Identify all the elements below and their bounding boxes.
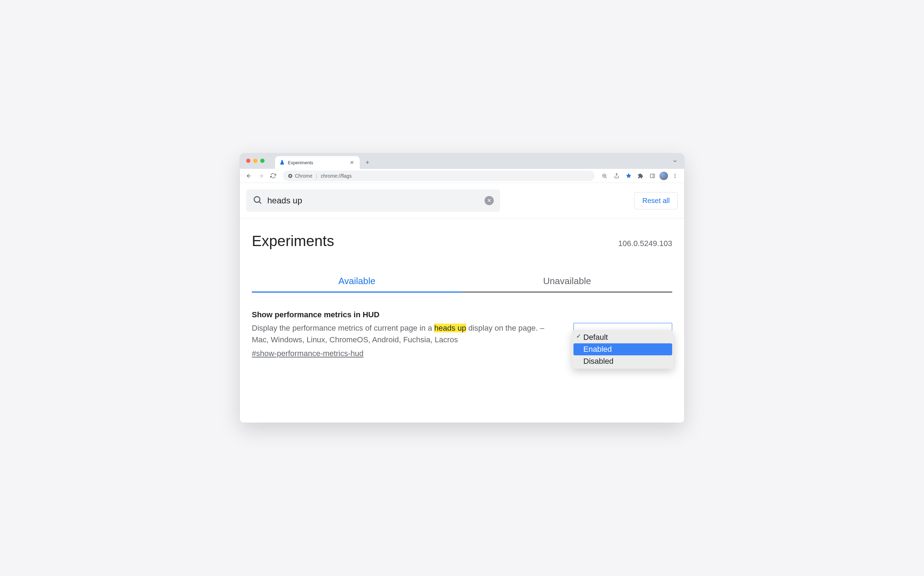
address-bar[interactable]: Chrome | chrome://flags xyxy=(283,171,595,181)
browser-toolbar: Chrome | chrome://flags xyxy=(240,169,684,183)
flags-tabs: Available Unavailable xyxy=(252,271,672,293)
flag-desc-pre: Display the performance metrics of curre… xyxy=(252,323,434,333)
flag-text: Show performance metrics in HUD Display … xyxy=(252,310,552,358)
flags-search-box: ✕ xyxy=(246,189,500,212)
svg-point-5 xyxy=(675,174,676,175)
search-bar-row: ✕ Reset all xyxy=(240,183,684,219)
select-dropdown: Default Enabled Disabled xyxy=(572,330,674,369)
reset-all-button[interactable]: Reset all xyxy=(634,192,678,210)
heading-row: Experiments 106.0.5249.103 xyxy=(252,233,672,250)
back-button[interactable] xyxy=(244,171,254,181)
share-icon[interactable] xyxy=(612,171,621,181)
dropdown-option-default[interactable]: Default xyxy=(573,331,672,343)
svg-point-6 xyxy=(675,175,676,176)
browser-window: Experiments ✕ + Chrome | chrome://flags xyxy=(240,154,684,422)
browser-tab[interactable]: Experiments ✕ xyxy=(275,156,360,169)
tab-title: Experiments xyxy=(288,160,346,165)
bookmark-star-icon[interactable] xyxy=(623,171,633,181)
flags-search-input[interactable] xyxy=(267,196,480,205)
omnibox-separator: | xyxy=(316,173,317,179)
tab-available[interactable]: Available xyxy=(252,271,462,293)
tab-strip: Experiments ✕ + xyxy=(240,154,684,169)
new-tab-button[interactable]: + xyxy=(362,158,372,168)
flag-title: Show performance metrics in HUD xyxy=(252,310,552,319)
profile-avatar[interactable] xyxy=(660,172,668,180)
flag-item: Show performance metrics in HUD Display … xyxy=(252,310,672,358)
flag-description: Display the performance metrics of curre… xyxy=(252,322,552,346)
flag-anchor-link[interactable]: #show-performance-metrics-hud xyxy=(252,349,364,358)
site-info-chip[interactable]: Chrome xyxy=(288,173,312,179)
dropdown-option-enabled[interactable]: Enabled xyxy=(573,343,672,355)
forward-button[interactable] xyxy=(256,171,266,181)
close-window-button[interactable] xyxy=(246,158,250,163)
side-panel-icon[interactable] xyxy=(647,171,657,181)
dropdown-option-disabled[interactable]: Disabled xyxy=(573,355,672,367)
search-highlight: heads up xyxy=(434,323,466,333)
svg-point-8 xyxy=(254,197,260,202)
menu-icon[interactable] xyxy=(670,171,680,181)
clear-search-icon[interactable]: ✕ xyxy=(485,196,494,205)
close-tab-icon[interactable]: ✕ xyxy=(348,159,356,166)
maximize-window-button[interactable] xyxy=(260,158,264,163)
page-title: Experiments xyxy=(252,233,334,250)
window-controls xyxy=(246,158,264,163)
reload-button[interactable] xyxy=(268,171,278,181)
extensions-icon[interactable] xyxy=(636,171,645,181)
chrome-version: 106.0.5249.103 xyxy=(618,239,672,248)
tabs-overflow-icon[interactable] xyxy=(672,158,678,165)
zoom-icon[interactable] xyxy=(599,171,609,181)
flags-content: Experiments 106.0.5249.103 Available Una… xyxy=(240,219,684,372)
omnibox-url: chrome://flags xyxy=(320,173,352,179)
flag-select[interactable]: Default Enabled Disabled xyxy=(573,323,672,336)
flask-icon xyxy=(279,160,285,165)
search-icon xyxy=(253,195,263,206)
tab-unavailable[interactable]: Unavailable xyxy=(462,271,672,293)
omnibox-chip-label: Chrome xyxy=(295,173,312,179)
svg-rect-3 xyxy=(650,174,655,178)
svg-point-7 xyxy=(675,177,676,178)
chrome-logo-icon xyxy=(288,173,293,178)
svg-point-1 xyxy=(290,175,291,177)
flags-page: ✕ Reset all Experiments 106.0.5249.103 A… xyxy=(240,183,684,422)
minimize-window-button[interactable] xyxy=(253,158,258,163)
